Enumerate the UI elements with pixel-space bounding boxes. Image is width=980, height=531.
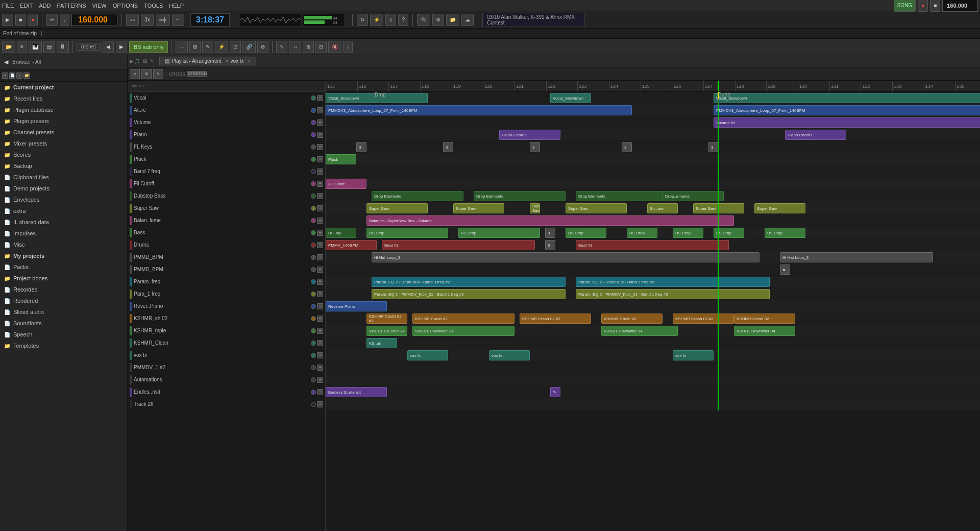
track-mute-16[interactable] xyxy=(311,292,316,297)
edit-tool-1[interactable]: ↔ xyxy=(176,41,188,53)
track-add-6[interactable]: + xyxy=(317,168,323,175)
sidebar-back-btn[interactable]: ◀ xyxy=(4,59,8,65)
clip-9-5[interactable]: Super Saw xyxy=(693,203,744,213)
edit-tool-3[interactable]: ✎ xyxy=(202,41,213,53)
sidebar-item-clipboard-files[interactable]: 📄 Clipboard files xyxy=(0,172,127,183)
clip-16-1[interactable]: Param. EQ 2 - PMMDV_Kick_21 - Band 1 fre… xyxy=(576,289,770,299)
sidebar-item-mixer-presets[interactable]: 📁 Mixer presets xyxy=(0,138,127,149)
track-add-15[interactable]: + xyxy=(317,279,323,285)
track-row-25[interactable] xyxy=(326,398,980,411)
track-header-20[interactable]: KSHMR_Clean + xyxy=(128,337,325,349)
track-mute-11[interactable] xyxy=(311,230,316,235)
clip-2-0[interactable]: Volume #2 xyxy=(714,117,980,128)
clip-4-1[interactable]: 3 xyxy=(443,142,453,152)
playlist-tab[interactable]: ▤ Playlist - Arrangement » vox fx × xyxy=(159,57,256,65)
clip-9-0[interactable]: Super Saw xyxy=(366,203,428,213)
track-header-17[interactable]: Rever..Piano + xyxy=(128,300,325,312)
track-mute-12[interactable] xyxy=(311,243,316,248)
clip-3-1[interactable]: Piano Chords xyxy=(785,130,846,140)
stop-btn[interactable]: ■ xyxy=(930,0,940,12)
browser-toggle[interactable]: 📂 xyxy=(2,41,15,53)
track-mute-5[interactable] xyxy=(311,157,316,162)
track-row-0[interactable]: Vocal_SlowdownVocal_SlowdownVocal_Slowdo… xyxy=(326,92,980,104)
stretch-btn[interactable]: ↔ xyxy=(289,41,301,53)
edit-tool-2[interactable]: ⊞ xyxy=(189,41,201,53)
clip-9-1[interactable]: Super Saw xyxy=(453,203,504,213)
quantize-btn[interactable]: ⤡ xyxy=(276,41,287,53)
clip-4-0[interactable]: 3 xyxy=(356,142,366,152)
song-mode-btn[interactable]: SONG xyxy=(894,0,916,12)
menu-add[interactable]: ADD xyxy=(39,3,51,9)
track-row-24[interactable]: Endless S..ntensit✎ xyxy=(326,386,980,398)
track-mute-7[interactable] xyxy=(311,181,316,186)
track-add-19[interactable]: + xyxy=(317,328,323,334)
track-clips-area[interactable]: 1151161171181191201211221231241251261271… xyxy=(326,81,980,531)
track-header-21[interactable]: vox fx + xyxy=(128,349,325,361)
clip-13-1[interactable]: Hi Hat Loop_3 xyxy=(780,252,933,262)
track-row-3[interactable]: Piano ChordsPiano Chords xyxy=(326,129,980,141)
menu-options[interactable]: OPTIONS xyxy=(113,3,138,9)
track-mute-18[interactable] xyxy=(311,316,316,321)
track-mute-8[interactable] xyxy=(311,194,316,199)
help-btn[interactable]: ? xyxy=(398,14,408,26)
edit-tool-7[interactable]: ⊕ xyxy=(257,41,268,53)
clip-19-1[interactable]: VDUB1 Downlifter 34 xyxy=(412,326,514,336)
metronome-btn[interactable]: ♩ xyxy=(60,14,69,26)
track-row-19[interactable]: VDUB1 Do..lifter 34VDUB1 Downlifter 34VD… xyxy=(326,325,980,337)
clip-0-1[interactable]: Vocal_Slowdown xyxy=(550,93,591,103)
sidebar-item-scores[interactable]: 📁 Scores xyxy=(0,149,127,160)
track-add-17[interactable]: + xyxy=(317,303,323,309)
track-row-2[interactable]: Volume #2 xyxy=(326,116,980,129)
track-row-11[interactable]: BS..nlyBS DropBS Drop3BS DropBS DropBS D… xyxy=(326,227,980,239)
track-mute-23[interactable] xyxy=(311,377,316,382)
piano-roll-btn[interactable]: 🎹 xyxy=(29,41,42,53)
clip-21-1[interactable]: vox fx xyxy=(489,350,530,360)
track-add-3[interactable]: + xyxy=(317,132,323,138)
clip-13-0[interactable]: Hi Hat Loop_3 xyxy=(372,252,760,262)
track-mute-9[interactable] xyxy=(311,206,316,211)
cpu-btn[interactable]: ⚡ xyxy=(370,14,383,26)
clip-24-0[interactable]: Endless S..ntensit xyxy=(326,387,387,397)
playlist-btn[interactable]: ▤ xyxy=(43,41,55,53)
track-mute-24[interactable] xyxy=(311,390,316,395)
clip-21-0[interactable]: vox fx xyxy=(407,350,448,360)
track-mute-6[interactable] xyxy=(311,169,316,174)
close-playlist-tab[interactable]: × xyxy=(248,58,251,64)
mixer-send-dropdown[interactable]: (none) xyxy=(77,43,101,51)
clip-8-0[interactable]: Drop Elements xyxy=(372,191,463,201)
sidebar-item-misc[interactable]: 📄 Misc xyxy=(0,239,127,250)
clip-0-3[interactable]: Vocal_Slowdown xyxy=(714,93,980,103)
track-header-12[interactable]: Drums + xyxy=(128,239,325,251)
menu-edit[interactable]: EDIT xyxy=(20,3,33,9)
clip-4-3[interactable]: 3 xyxy=(622,142,632,152)
sidebar-item-soundfonts[interactable]: 📄 Soundfonts xyxy=(0,318,127,329)
eq-btn[interactable]: ╪╪ xyxy=(156,14,170,26)
track-header-0[interactable]: Vocal + xyxy=(128,92,325,104)
track-header-18[interactable]: KSHMR_sh 02 + xyxy=(128,312,325,325)
settings-btn[interactable]: ⚙ xyxy=(432,14,444,26)
bpm-display[interactable]: 160.000 xyxy=(71,14,117,26)
clip-1-1[interactable]: PMMDV3_Atmosphere_Loop_07_Fmin_140BPM xyxy=(714,105,980,115)
track-header-15[interactable]: Param..freq + xyxy=(128,276,325,288)
track-add-2[interactable]: + xyxy=(317,119,323,126)
clip-11-4[interactable]: BS Drop xyxy=(566,228,606,238)
clip-9-2[interactable]: Super Saw xyxy=(530,203,540,213)
track-mute-10[interactable] xyxy=(311,218,316,223)
clip-14-0[interactable]: ► xyxy=(780,264,790,275)
track-row-5[interactable]: Pluck xyxy=(326,153,980,165)
clip-10-0[interactable]: Balance - SuperSaw Bus - Volume xyxy=(366,215,734,226)
clip-8-1[interactable]: Drop Elements xyxy=(474,191,566,201)
clip-8-3[interactable]: Drop..ements xyxy=(663,191,724,201)
track-header-7[interactable]: Fil Cutoff + xyxy=(128,178,325,190)
clip-12-0[interactable]: PMMV_140BPM xyxy=(326,240,377,250)
playlist-pencil[interactable]: ✎ xyxy=(153,69,163,79)
track-header-10[interactable]: Balan..lume + xyxy=(128,214,325,227)
sidebar-item-recent-files[interactable]: 📁 Recent files xyxy=(0,93,127,104)
track-row-12[interactable]: PMMV_140BPMBeat #33Beat #3 xyxy=(326,239,980,251)
playlist-tool-2[interactable]: ⊞ xyxy=(141,69,152,79)
sidebar-item-my-projects[interactable]: 📁 My projects xyxy=(0,250,127,261)
clip-11-2[interactable]: BS Drop xyxy=(458,228,540,238)
bs-only-btn[interactable]: BS sub only xyxy=(129,41,168,53)
track-add-4[interactable]: + xyxy=(317,144,323,150)
mixer-btn[interactable]: 🎚 xyxy=(57,41,69,53)
